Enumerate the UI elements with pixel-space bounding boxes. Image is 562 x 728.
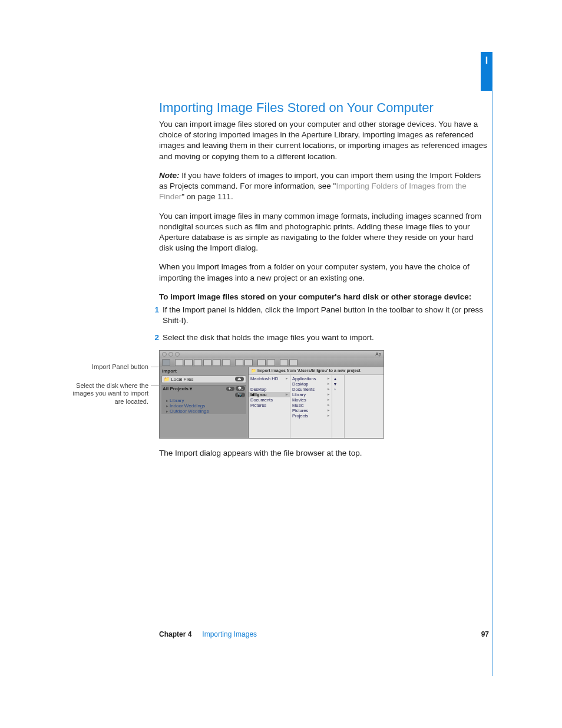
all-projects-header[interactable]: All Projects ▾ +. ✲. xyxy=(161,386,246,392)
scroll-down-icon[interactable]: ▾ xyxy=(332,381,344,387)
chevron-right-icon: ▸ xyxy=(286,376,288,381)
chapter-label: Chapter 4 xyxy=(159,630,191,638)
chevron-right-icon: ▸ xyxy=(286,392,288,397)
toolbar-button[interactable] xyxy=(194,359,202,366)
disk-item[interactable]: Desktop xyxy=(249,387,290,392)
disk-item xyxy=(249,381,290,387)
window-titlebar: Ap xyxy=(160,351,384,358)
traffic-light-close-icon[interactable] xyxy=(162,352,167,357)
callout-import-panel: Import Panel button xyxy=(78,363,148,371)
toolbar-button[interactable] xyxy=(222,359,230,366)
page-footer: Chapter 4 Importing Images 97 xyxy=(159,630,489,638)
toolbar-button[interactable] xyxy=(267,359,275,366)
local-files-label: Local Files xyxy=(171,377,193,382)
folder-icon: 📁 xyxy=(164,377,170,382)
chevron-right-icon: ▸ xyxy=(328,397,330,402)
column-browser: Macintosh HD▸ Desktop billgrou▸ Document… xyxy=(249,375,384,438)
projects-panel: All Projects ▾ +. ✲. 📷 Library Indoor We… xyxy=(161,385,246,414)
toolbar-button[interactable] xyxy=(244,359,253,366)
disk-item-selected[interactable]: billgrou▸ xyxy=(249,392,290,397)
folder-item[interactable]: Applications▸ xyxy=(290,376,332,381)
scroll-track[interactable]: ▫ xyxy=(332,387,344,392)
camera-pill[interactable]: 📷 xyxy=(235,393,245,397)
app-title-fragment: Ap xyxy=(375,351,384,357)
chevron-right-icon: ▸ xyxy=(328,381,330,386)
disk-item[interactable]: Pictures xyxy=(249,403,290,408)
toolbar-button[interactable] xyxy=(213,359,221,366)
folder-item[interactable]: Music▸ xyxy=(290,403,332,408)
paragraph-3: When you import images from a folder on … xyxy=(159,262,489,283)
import-panel-button[interactable] xyxy=(162,359,170,366)
step-text: Select the disk that holds the image fil… xyxy=(163,332,489,343)
chevron-right-icon: ▸ xyxy=(328,403,330,407)
disk-item[interactable]: Macintosh HD▸ xyxy=(249,376,290,381)
toolbar-button[interactable] xyxy=(235,359,243,366)
browser-column-1: Macintosh HD▸ Desktop billgrou▸ Document… xyxy=(249,375,290,438)
chevron-right-icon: ▸ xyxy=(328,413,330,418)
paragraph-2: You can import image files in many commo… xyxy=(159,211,489,254)
folder-item[interactable]: Pictures▸ xyxy=(290,408,332,413)
browser-column-3: ▴ ▾ ▫ xyxy=(332,375,345,438)
local-files-row[interactable]: 📁 Local Files ⏏ xyxy=(161,375,246,383)
callout-select-disk: Select the disk where the images you wan… xyxy=(65,382,148,406)
step-text: If the Import panel is hidden, click the… xyxy=(163,305,489,326)
project-item-indoor[interactable]: Indoor Weddings xyxy=(161,403,246,409)
gear-icon[interactable]: ✲. xyxy=(236,386,245,391)
folder-item[interactable]: Desktop▸ xyxy=(290,381,332,387)
toolbar-button[interactable] xyxy=(289,359,297,366)
document-page: I Importing Image Files Stored on Your C… xyxy=(0,0,562,728)
side-tab: I xyxy=(481,52,492,91)
chevron-right-icon: ▸ xyxy=(328,408,330,413)
folder-item[interactable]: Documents▸ xyxy=(290,387,332,392)
aperture-screenshot: Ap xyxy=(159,350,384,439)
toolbar-button[interactable] xyxy=(175,359,183,366)
disk-item[interactable]: Documents xyxy=(249,397,290,403)
browser-column-2: Applications▸ Desktop▸ Documents▸ Librar… xyxy=(290,375,332,438)
page-heading: Importing Image Files Stored on Your Com… xyxy=(159,100,489,116)
traffic-light-zoom-icon[interactable] xyxy=(175,352,180,357)
step-number: 1 xyxy=(148,305,163,326)
traffic-light-minimize-icon[interactable] xyxy=(168,352,173,357)
folder-item[interactable]: Library▸ xyxy=(290,392,332,397)
step-1: 1 If the Import panel is hidden, click t… xyxy=(159,305,489,326)
step-number: 2 xyxy=(148,332,163,343)
main-content: Importing Image Files Stored on Your Com… xyxy=(159,100,489,467)
import-panel-body: Import 📁 Local Files ⏏ All Projects ▾ xyxy=(160,367,384,438)
file-browser: 📁 Import images from '/Users/billgrou' t… xyxy=(249,367,384,438)
chapter-title: Importing Images xyxy=(202,630,257,638)
side-rule xyxy=(492,87,492,676)
eject-icon[interactable]: ⏏ xyxy=(235,377,244,381)
import-destination-label: 📁 Import images from '/Users/billgrou' t… xyxy=(249,367,384,375)
page-number: 97 xyxy=(481,630,489,638)
chevron-right-icon: ▸ xyxy=(328,376,330,381)
toolbar-button[interactable] xyxy=(257,359,266,366)
folder-item[interactable]: Projects▸ xyxy=(290,413,332,419)
toolbar-button[interactable] xyxy=(203,359,211,366)
toolbar-button[interactable] xyxy=(184,359,193,366)
note-tail: " on page 111. xyxy=(181,192,233,201)
project-item-library[interactable]: Library xyxy=(161,398,246,403)
all-projects-label: All Projects ▾ xyxy=(163,386,192,391)
import-label: Import xyxy=(160,367,248,375)
project-item-outdoor[interactable]: Outdoor Weddings xyxy=(161,409,246,414)
after-figure-text: The Import dialog appears with the file … xyxy=(159,448,489,459)
chevron-right-icon: ▸ xyxy=(328,392,330,397)
paragraph-1: You can import image files stored on you… xyxy=(159,119,489,162)
import-sidebar: Import 📁 Local Files ⏏ All Projects ▾ xyxy=(160,367,249,438)
steps-intro: To import image files stored on your com… xyxy=(159,292,489,302)
folder-icon: 📁 xyxy=(251,368,256,373)
chevron-right-icon: ▸ xyxy=(328,387,330,391)
folder-item[interactable]: Movies▸ xyxy=(290,397,332,403)
scroll-up-icon[interactable]: ▴ xyxy=(332,376,344,381)
figure: Import Panel button Select the disk wher… xyxy=(159,350,489,437)
step-2: 2 Select the disk that holds the image f… xyxy=(159,332,489,343)
add-button[interactable]: +. xyxy=(226,387,234,391)
toolbar-button[interactable] xyxy=(280,359,288,366)
toolbar xyxy=(160,358,384,367)
note-label: Note: xyxy=(159,171,180,180)
import-destination-text: Import images from '/Users/billgrou' to … xyxy=(257,368,361,373)
note-paragraph: Note: If you have folders of images to i… xyxy=(159,170,489,203)
